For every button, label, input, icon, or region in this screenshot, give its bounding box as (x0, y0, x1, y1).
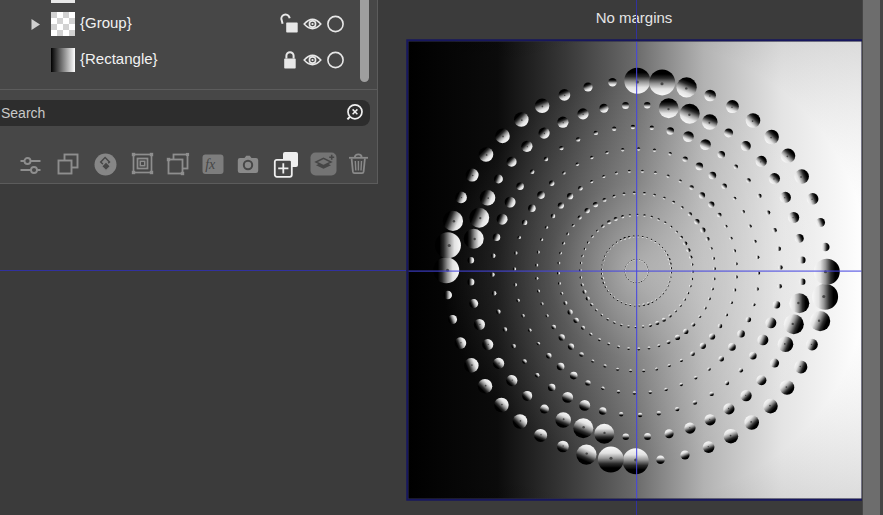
svg-text:fx: fx (205, 157, 216, 172)
